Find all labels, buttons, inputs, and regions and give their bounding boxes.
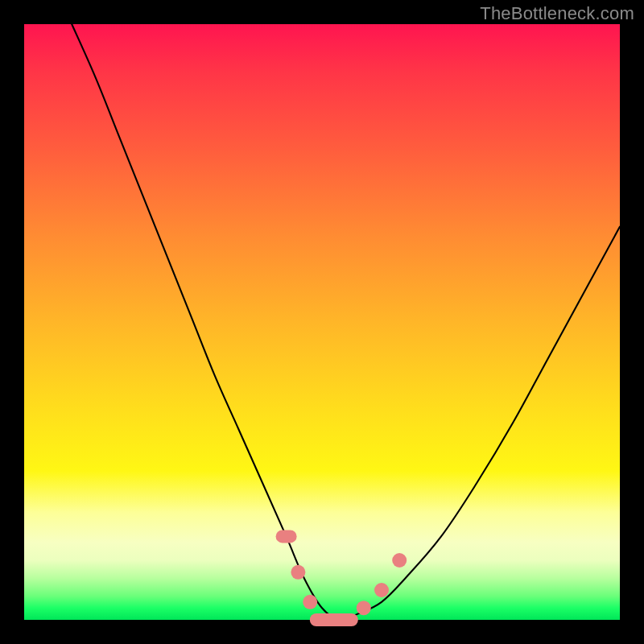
chart-frame: TheBottleneck.com (0, 0, 644, 644)
curve-marker (310, 613, 358, 626)
gradient-plot-area (24, 24, 620, 620)
watermark-text: TheBottleneck.com (480, 3, 634, 24)
curve-markers (276, 530, 407, 626)
curve-marker (357, 601, 371, 615)
bottleneck-curve-svg (24, 24, 620, 620)
bottleneck-curve (72, 24, 620, 620)
curve-marker (303, 595, 317, 609)
curve-marker (291, 565, 305, 580)
curve-marker (374, 583, 389, 597)
curve-marker (276, 530, 297, 543)
curve-marker (392, 553, 407, 568)
